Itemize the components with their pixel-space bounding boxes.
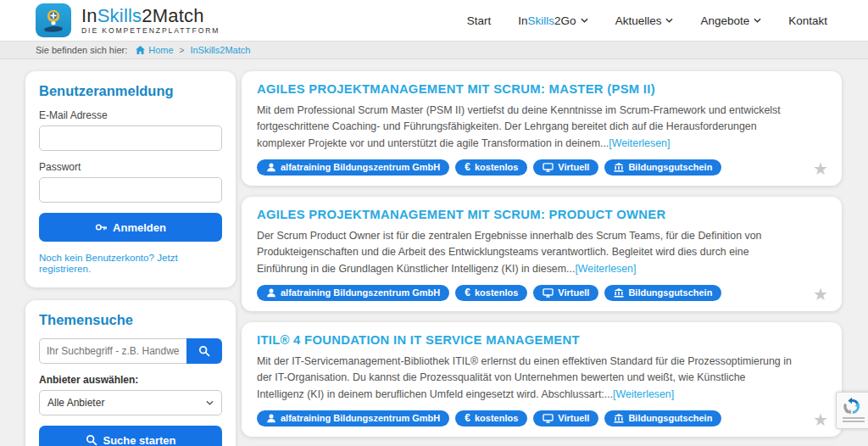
content: Benutzeranmeldung E-Mail Adresse Passwor…	[0, 59, 868, 446]
brand-subtitle: DIE KOMPETENZPLATTFORM	[81, 27, 220, 35]
course-list: AGILES PROJEKTMANAGEMENT MIT SCRUM: MAST…	[242, 71, 842, 446]
course-title-link[interactable]: AGILES PROJEKTMANAGEMENT MIT SCRUM: MAST…	[257, 82, 795, 96]
monitor-icon	[542, 288, 554, 298]
breadcrumb-prefix: Sie befinden sich hier:	[36, 45, 127, 55]
recaptcha-badge[interactable]	[836, 392, 868, 429]
nav-item-aktuelles[interactable]: Aktuelles	[615, 14, 674, 27]
chevron-down-icon	[665, 18, 673, 23]
bank-icon	[614, 163, 624, 172]
euro-icon: €	[465, 287, 470, 298]
favorite-star-icon[interactable]: ★	[813, 160, 828, 177]
search-icon	[86, 434, 97, 446]
breadcrumb-home-link[interactable]: Home	[136, 45, 173, 55]
chevron-down-icon	[754, 18, 761, 23]
breadcrumb: Sie befinden sich hier: Home > InSkills2…	[0, 41, 868, 59]
euro-icon: €	[465, 413, 470, 423]
course-card: AGILES PROJEKTMANAGEMENT MIT SCRUM: MAST…	[242, 71, 842, 186]
recaptcha-fineprint	[843, 417, 865, 424]
funding-badge[interactable]: Bildungsgutschein	[604, 285, 721, 301]
search-input[interactable]	[39, 338, 186, 364]
topic-search-panel: Themensuche Anbieter auswählen: Alle Anb…	[25, 300, 236, 446]
password-field[interactable]	[39, 177, 222, 203]
monitor-icon	[542, 414, 554, 423]
start-search-button[interactable]: Suche starten	[39, 426, 222, 446]
nav-item-inskills2go[interactable]: InSkills2Go	[518, 14, 587, 27]
person-icon	[266, 163, 276, 172]
bank-icon	[614, 288, 624, 298]
key-icon	[95, 221, 107, 233]
provider-select[interactable]: Alle Anbieter	[39, 390, 222, 415]
breadcrumb-current[interactable]: InSkills2Match	[190, 45, 250, 55]
favorite-star-icon[interactable]: ★	[813, 411, 828, 428]
nav-item-angebote[interactable]: Angebote	[700, 14, 761, 27]
price-badge[interactable]: €kostenlos	[455, 410, 527, 426]
mode-badge[interactable]: Virtuell	[533, 285, 598, 301]
chevron-down-icon	[581, 18, 588, 23]
read-more-link[interactable]: [Weiterlesen]	[613, 388, 674, 400]
brand-text: InSkills2Match DIE KOMPETENZPLATTFORM	[81, 7, 220, 35]
course-description: Der Scrum Product Owner ist für die zent…	[257, 228, 795, 277]
provider-badge[interactable]: alfatraining Bildungszentrum GmbH	[257, 285, 449, 301]
login-panel: Benutzeranmeldung E-Mail Adresse Passwor…	[25, 71, 236, 287]
lightbulb-hand-logo-icon	[36, 3, 71, 37]
search-icon	[198, 345, 210, 357]
course-card: ITIL® 4 FOUNDATION IN IT SERVICE MANAGEM…	[242, 322, 842, 437]
euro-icon: €	[465, 162, 470, 172]
header: InSkills2Match DIE KOMPETENZPLATTFORM St…	[0, 0, 868, 41]
mode-badge[interactable]: Virtuell	[533, 159, 598, 176]
search-row	[39, 338, 222, 364]
brand-name: InSkills2Match	[81, 7, 220, 25]
breadcrumb-separator: >	[180, 46, 185, 55]
person-icon	[266, 288, 276, 298]
topic-search-title: Themensuche	[39, 312, 222, 328]
course-description: Mit dem Professional Scrum Master (PSM I…	[257, 103, 795, 152]
favorite-star-icon[interactable]: ★	[813, 286, 828, 303]
course-title-link[interactable]: AGILES PROJEKTMANAGEMENT MIT SCRUM: PROD…	[257, 208, 795, 221]
badge-row: alfatraining Bildungszentrum GmbH €koste…	[257, 159, 795, 176]
mode-badge[interactable]: Virtuell	[533, 410, 598, 426]
login-button[interactable]: Anmelden	[39, 213, 222, 242]
email-field[interactable]	[39, 125, 222, 151]
course-description: Mit der IT-Servicemanagement-Bibliothek …	[257, 354, 795, 403]
course-title-link[interactable]: ITIL® 4 FOUNDATION IN IT SERVICE MANAGEM…	[257, 333, 795, 347]
funding-badge[interactable]: Bildungsgutschein	[604, 410, 721, 426]
main-nav: Start InSkills2Go Aktuelles Angebote Kon…	[467, 14, 827, 27]
read-more-link[interactable]: [Weiterlesen]	[575, 263, 636, 275]
price-badge[interactable]: €kostenlos	[455, 285, 527, 301]
home-icon	[136, 46, 145, 54]
monitor-icon	[542, 163, 554, 172]
nav-item-kontakt[interactable]: Kontakt	[788, 14, 827, 27]
chevron-down-icon	[206, 400, 214, 405]
register-link[interactable]: Noch kein Benutzerkonto? Jetzt registrie…	[39, 252, 222, 274]
brand-logo[interactable]: InSkills2Match DIE KOMPETENZPLATTFORM	[36, 3, 220, 37]
price-badge[interactable]: €kostenlos	[455, 159, 527, 176]
badge-row: alfatraining Bildungszentrum GmbH €koste…	[257, 410, 795, 426]
nav-item-start[interactable]: Start	[467, 14, 492, 27]
person-icon	[266, 414, 276, 423]
read-more-link[interactable]: [Weiterlesen]	[609, 137, 670, 149]
bank-icon	[614, 414, 624, 423]
login-title: Benutzeranmeldung	[39, 83, 222, 99]
provider-badge[interactable]: alfatraining Bildungszentrum GmbH	[257, 159, 449, 176]
email-label: E-Mail Adresse	[39, 109, 222, 121]
provider-badge[interactable]: alfatraining Bildungszentrum GmbH	[257, 410, 449, 426]
password-label: Passwort	[39, 161, 222, 173]
course-card: AGILES PROJEKTMANAGEMENT MIT SCRUM: PROD…	[242, 197, 842, 311]
provider-label: Anbieter auswählen:	[39, 374, 222, 386]
sidebar: Benutzeranmeldung E-Mail Adresse Passwor…	[25, 71, 236, 446]
funding-badge[interactable]: Bildungsgutschein	[604, 159, 721, 176]
recaptcha-icon	[843, 396, 861, 415]
badge-row: alfatraining Bildungszentrum GmbH €koste…	[257, 285, 795, 301]
search-submit-button[interactable]	[186, 338, 222, 364]
